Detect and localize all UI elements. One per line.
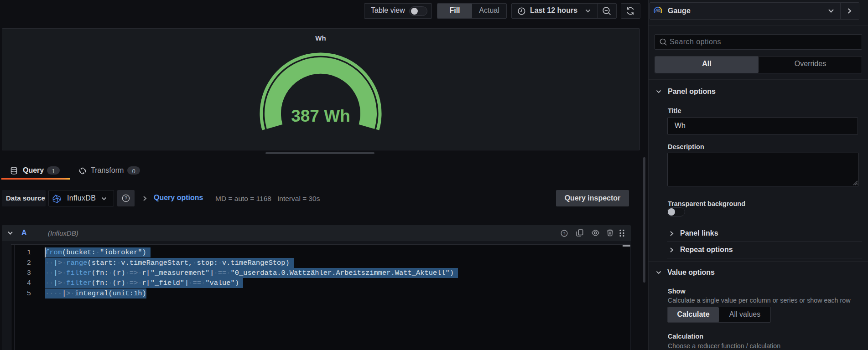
svg-text:387 Wh: 387 Wh	[291, 107, 350, 125]
svg-text:70: 70	[656, 10, 659, 13]
svg-text:?: ?	[563, 232, 566, 236]
svg-text:?: ?	[125, 196, 127, 201]
